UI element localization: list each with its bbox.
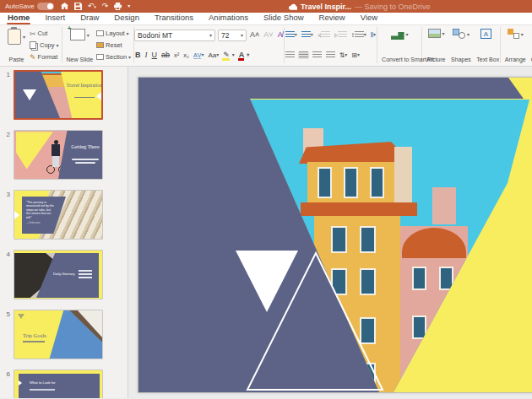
tab-insert[interactable]: Insert [44, 12, 66, 24]
layout-icon [96, 30, 104, 36]
tab-transitions[interactable]: Transitions [154, 12, 194, 24]
reset-button[interactable]: Reset [96, 40, 131, 50]
font-size-combobox[interactable]: 72▾ [218, 30, 247, 41]
tab-review[interactable]: Review [318, 12, 346, 24]
autosave-toggle[interactable] [37, 3, 54, 10]
cloud-sync-icon [289, 3, 297, 10]
align-text-button[interactable]: ⊞▾ [350, 51, 361, 60]
paste-icon [8, 29, 21, 45]
underline-button[interactable]: U [151, 51, 159, 60]
thumb3-arrow-icon [14, 211, 19, 219]
clear-formatting-button[interactable]: A̸ [277, 30, 284, 40]
reset-icon [96, 42, 104, 48]
tab-animations[interactable]: Animations [208, 12, 249, 24]
subscript-button[interactable]: x₂ [182, 51, 190, 60]
text-box-button[interactable]: A Text Box [475, 27, 497, 63]
align-right-button[interactable] [312, 51, 323, 59]
justify-button[interactable] [325, 51, 336, 59]
strikethrough-button[interactable]: ab [160, 51, 171, 60]
slide-number: 2 [0, 130, 14, 180]
thumb6-arrow-icon [19, 380, 22, 386]
slide-thumbnail-2[interactable]: Getting There [14, 130, 103, 180]
section-button[interactable]: Section▾ [96, 52, 131, 62]
slide-canvas [128, 67, 532, 398]
tab-draw[interactable]: Draw [79, 12, 100, 24]
ribbon: ▾ Paste ✂Cut Copy▾ ✎Format ▾ New Slide L… [0, 25, 532, 67]
tab-view[interactable]: View [360, 12, 378, 24]
save-icon[interactable] [74, 3, 82, 10]
shapes-icon [453, 29, 465, 39]
slide-thumbnail-4[interactable]: Daily Itinerary [14, 250, 103, 299]
align-left-button[interactable] [285, 51, 296, 59]
convert-to-smartart-button[interactable]: ▾ Convert to SmartArt [380, 27, 419, 63]
thumb3-quote: "The journey is measured not by the step… [26, 201, 55, 219]
cut-button[interactable]: ✂Cut [30, 29, 59, 38]
redo-icon[interactable]: ↷ [102, 3, 109, 10]
new-slide-button[interactable]: ▾ New Slide [65, 27, 95, 63]
text-highlight-button[interactable]: ✎▾ [222, 51, 236, 60]
slide-row-4: 4 Daily Itinerary [0, 250, 128, 299]
shapes-button[interactable]: ▾ Shapes [449, 27, 473, 63]
columns-button[interactable]: ⫴▾ [370, 30, 377, 40]
slide-thumbnail-1[interactable]: Travel Inspiration [14, 70, 103, 120]
line-spacing-button[interactable]: ↕▾ [350, 30, 367, 40]
slide-thumbnail-6[interactable]: What to Look for [14, 369, 103, 398]
slide-thumbnail-3[interactable]: "The journey is measured not by the step… [14, 190, 103, 240]
increase-indent-button[interactable] [334, 31, 348, 39]
thumb1-arrow-icon [96, 92, 101, 100]
thumb3-attribution: —Unknown [26, 221, 54, 224]
thumb4-title: Daily Itinerary [53, 272, 75, 276]
text-direction-button[interactable]: ⇅▾ [339, 51, 349, 60]
change-case-button[interactable]: Aa▾ [207, 51, 220, 60]
arrange-icon [508, 29, 519, 39]
copy-icon [30, 41, 36, 49]
layout-button[interactable]: Layout▾ [96, 29, 131, 38]
document-title: Travel Inspir... [301, 3, 351, 11]
thumb6-title: What to Look for [30, 380, 56, 385]
font-color-button[interactable]: A▾ [238, 51, 251, 60]
bold-button[interactable]: B [134, 51, 142, 60]
character-spacing-button[interactable]: A̲V̲▾ [193, 51, 204, 60]
title-bar: AutoSave ↶▾ ↷ ▾ Travel Inspir... — Savin… [0, 0, 532, 13]
thumb1-triangle [23, 89, 36, 100]
print-icon[interactable] [114, 3, 122, 10]
superscript-button[interactable]: x² [173, 51, 180, 60]
decrease-indent-button[interactable] [317, 31, 331, 39]
thumb4-bullets [79, 270, 92, 278]
thumb1-title: Travel Inspiration [66, 83, 103, 89]
tab-home[interactable]: Home [7, 12, 30, 24]
font-group: Bodoni MT▾ 72▾ A˄ A˅ A̸ B I U ab x² x₂ A… [134, 27, 285, 63]
decrease-font-size-button[interactable]: A˅ [263, 30, 274, 40]
insert-group: ▾ Picture ▾ Shapes A Text Box [422, 27, 501, 63]
arrange-button[interactable]: ▾ Arrange [503, 27, 528, 63]
slide-number: 4 [0, 250, 14, 299]
tab-slideshow[interactable]: Slide Show [263, 12, 305, 24]
quick-access-toolbar: ↶▾ ↷ ▾ [61, 3, 131, 11]
font-name-combobox[interactable]: Bodoni MT▾ [134, 30, 215, 41]
thumb2-title: Getting There [70, 144, 100, 150]
increase-font-size-button[interactable]: A˄ [249, 30, 260, 40]
smartart-icon [391, 29, 404, 40]
paragraph-group: ▾ ▾ ↕▾ ⫴▾ ⇅▾ ⊞▾ [285, 27, 377, 63]
align-center-button[interactable] [298, 51, 309, 59]
slide-row-1: 1 Travel Inspiration [0, 70, 128, 120]
current-slide[interactable] [138, 77, 532, 393]
format-painter-button[interactable]: ✎Format [30, 52, 59, 62]
customize-toolbar-icon[interactable]: ▾ [128, 3, 130, 10]
slide-thumbnail-5[interactable]: Trip Goals [14, 310, 103, 359]
undo-icon[interactable]: ↶▾ [88, 3, 96, 11]
slide-row-3: 3 "The journey is measured not by the st… [0, 190, 128, 240]
tab-design[interactable]: Design [113, 12, 140, 24]
paste-button[interactable]: ▾ Paste [5, 27, 28, 63]
bullets-button[interactable]: ▾ [285, 30, 298, 40]
main-area: 1 Travel Inspiration 2 [0, 67, 532, 398]
italic-button[interactable]: I [144, 51, 149, 60]
arrange-group: ▾ Arrange ▾ Quick Styles ▲Shape ✎Shape [501, 27, 532, 63]
copy-button[interactable]: Copy▾ [30, 40, 59, 50]
home-icon[interactable] [61, 3, 68, 10]
clipboard-group: ▾ Paste ✂Cut Copy▾ ✎Format [3, 27, 62, 63]
numbering-button[interactable]: ▾ [301, 30, 314, 40]
slide-outline-triangle[interactable] [138, 78, 532, 393]
smartart-group: ▾ Convert to SmartArt [377, 27, 422, 63]
picture-button[interactable]: ▾ Picture [425, 27, 448, 63]
